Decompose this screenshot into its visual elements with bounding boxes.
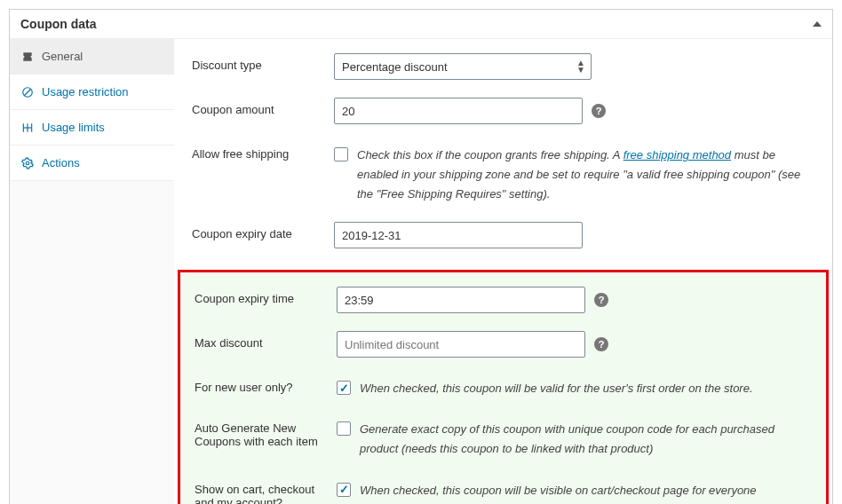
help-icon[interactable]: ? [594,337,608,351]
show-on-desc: When checked, this coupon will be visibl… [360,477,757,500]
label-expiry-date: Coupon expiry date [192,222,334,240]
help-icon[interactable]: ? [594,293,608,307]
label-free-shipping: Allow free shipping [192,142,334,161]
coupon-amount-input[interactable] [334,98,583,124]
auto-generate-desc: Generate exact copy of this coupon with … [360,416,812,459]
sidebar: General Usage restriction Usage limits A… [10,39,174,504]
tab-label: General [42,50,83,63]
free-shipping-desc: Check this box if the coupon grants free… [357,142,814,204]
panel-header: Coupon data [10,10,832,39]
coupon-data-panel: Coupon data General Usage restriction [9,9,833,504]
tab-usage-limits[interactable]: Usage limits [10,110,174,146]
auto-generate-checkbox[interactable] [337,421,351,436]
label-auto-generate: Auto Generate New Coupons with each item [195,416,337,448]
svg-line-1 [25,89,31,95]
gear-icon [20,157,35,169]
field-coupon-amount: Coupon amount ? [192,98,814,124]
help-icon[interactable]: ? [592,104,606,118]
max-discount-input[interactable] [337,331,585,358]
new-user-checkbox[interactable] [337,381,351,395]
tab-label: Actions [42,156,80,169]
panel-title: Coupon data [20,17,97,31]
field-expiry-date: Coupon expiry date [192,222,814,248]
tab-usage-restriction[interactable]: Usage restriction [10,75,174,110]
tab-general[interactable]: General [10,39,174,75]
show-on-checkbox[interactable] [337,483,351,497]
label-expiry-time: Coupon expiry time [195,287,337,305]
field-show-on: Show on cart, checkout and my account? W… [195,477,812,504]
field-expiry-time: Coupon expiry time ? [195,287,812,313]
tab-label: Usage limits [42,121,105,134]
label-discount-type: Discount type [192,53,334,72]
expiry-date-input[interactable] [334,222,583,248]
discount-type-select[interactable]: Percentage discount ▲▼ [334,53,592,80]
limits-icon [20,122,35,134]
select-arrows-icon: ▲▼ [576,59,585,74]
label-coupon-amount: Coupon amount [192,98,334,116]
tab-label: Usage restriction [42,85,129,98]
field-free-shipping: Allow free shipping Check this box if th… [192,142,814,204]
ticket-icon [20,51,35,63]
section-highlighted: Coupon expiry time ? Max discount ? For … [178,270,829,504]
field-discount-type: Discount type Percentage discount ▲▼ [192,53,814,80]
field-new-user: For new user only? When checked, this co… [195,375,812,398]
select-value: Percentage discount [342,60,448,74]
content-general: Discount type Percentage discount ▲▼ Cou… [174,39,832,504]
free-shipping-method-link[interactable]: free shipping method [624,148,731,161]
field-auto-generate: Auto Generate New Coupons with each item… [195,416,812,459]
label-show-on: Show on cart, checkout and my account? [195,477,337,504]
collapse-icon[interactable] [813,21,822,27]
new-user-desc: When checked, this coupon will be valid … [360,375,753,398]
section-standard: Discount type Percentage discount ▲▼ Cou… [174,39,832,270]
no-entry-icon [20,86,35,98]
label-max-discount: Max discount [195,331,337,350]
panel-body: General Usage restriction Usage limits A… [10,39,832,504]
label-new-user: For new user only? [195,375,337,394]
expiry-time-input[interactable] [337,287,585,313]
free-shipping-checkbox[interactable] [334,147,348,161]
svg-point-6 [26,161,29,165]
field-max-discount: Max discount ? [195,331,812,358]
tab-actions[interactable]: Actions [10,146,174,181]
